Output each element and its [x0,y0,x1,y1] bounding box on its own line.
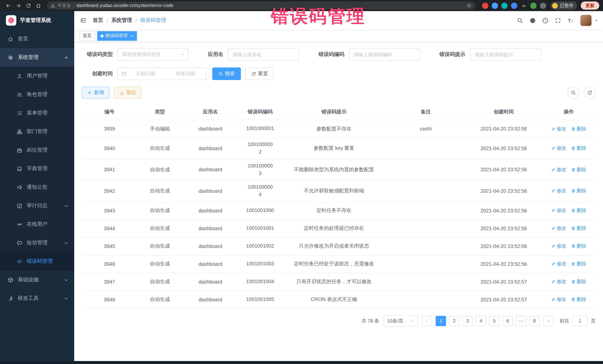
page-button-2[interactable]: 2 [449,316,459,326]
extension-teal-icon[interactable] [501,2,508,9]
app-name-input[interactable] [228,48,299,61]
profile-paused-badge[interactable]: 已暂停 [551,1,577,10]
export-button[interactable]: 导出 [114,87,142,99]
goto-page-input[interactable] [572,316,588,326]
sidebar-item-error-code-management[interactable]: 错误码管理 [0,252,74,271]
cell-operations: 修改删除 [542,204,596,217]
sidebar-item-home[interactable]: 首页 [0,30,74,48]
delete-link[interactable]: 删除 [571,207,586,214]
extension-badge-icon[interactable]: on [521,2,527,9]
edit-link[interactable]: 修改 [551,278,566,285]
edit-link-label: 修改 [557,166,566,173]
delete-link[interactable]: 删除 [571,296,586,303]
header-search-icon[interactable] [515,15,525,25]
error-hint-input[interactable] [470,48,541,61]
docs-help-icon[interactable]: ? [540,15,550,25]
extension-green-icon[interactable] [530,2,537,9]
extension-grid-icon[interactable] [511,2,517,9]
fullscreen-icon[interactable] [553,15,563,25]
prev-page-button[interactable] [422,316,432,326]
search-button[interactable]: 搜索 [212,67,241,80]
sidebar-item-system-management[interactable]: 系统管理 [0,48,74,67]
sidebar-item-notice-announcement[interactable]: 通知公告 [0,178,74,197]
address-bar[interactable]: 不安全 | dashboard.yudao.iocoder.cn/system/… [47,1,475,10]
sidebar-item-post-management[interactable]: 岗位管理 [0,141,74,159]
user-avatar[interactable] [580,15,591,26]
edit-icon [551,279,556,284]
app-logo-row[interactable]: 芋道管理系统 [0,11,74,30]
page-button-5[interactable]: 5 [489,316,499,326]
sidebar-item-audit-log[interactable]: 审计日志 [0,197,74,215]
page-button-3[interactable]: 3 [462,316,473,326]
error-type-select[interactable]: 请选择错误码类型 [117,48,188,61]
extension-badge-label: on [522,4,525,7]
github-icon[interactable] [528,15,538,25]
edit-link[interactable]: 修改 [551,125,566,132]
sidebar-item-dev-tools[interactable]: 研发工具 [0,289,74,308]
sidebar-item-dept-management[interactable]: 部门管理 [0,122,74,141]
delete-link[interactable]: 删除 [571,225,586,232]
edit-link[interactable]: 修改 [551,166,566,173]
search-icon [218,71,223,76]
window-bottom-edge [0,361,603,364]
close-icon[interactable] [130,34,134,38]
reset-button[interactable]: 重置 [245,67,274,80]
page-button-8[interactable]: 8 [529,316,540,326]
extension-blue-drop-icon[interactable] [492,2,498,9]
avatar-caret-down-icon[interactable] [594,18,599,22]
sidebar-item-online-user[interactable]: 在线用户 [0,215,74,233]
cell-hint: 参数配置 key 重复 [282,142,386,155]
refresh-table-icon[interactable] [584,87,596,99]
delete-link[interactable]: 删除 [571,278,586,285]
font-size-icon[interactable]: TT [566,15,576,25]
add-button[interactable]: 新增 [82,87,109,99]
edit-link[interactable]: 修改 [551,261,566,267]
browser-back-icon[interactable] [4,1,13,10]
sidebar-item-dict-management[interactable]: 字典管理 [0,159,74,178]
tab-error-code[interactable]: 错误码管理 [97,31,137,41]
hamburger-icon[interactable] [74,11,93,30]
edit-link[interactable]: 修改 [551,225,566,232]
security-warning-label: 不安全 [58,2,71,9]
browser-forward-icon[interactable] [14,1,23,10]
delete-link[interactable]: 删除 [571,145,586,152]
edit-link[interactable]: 修改 [551,296,566,303]
edit-link[interactable]: 修改 [551,145,566,152]
next-page-button[interactable] [543,316,554,326]
cell-time: 2021-04-20 23:52:56 [466,258,542,270]
sidebar-item-menu-management[interactable]: 菜单管理 [0,104,74,122]
browser-reload-icon[interactable] [24,1,33,10]
create-time-range-picker[interactable]: 开始日期 - 结束日期 [117,67,206,80]
edit-link[interactable]: 修改 [551,207,566,214]
sidebar-item-infrastructure[interactable]: 基础设施 [0,271,74,289]
page-button-6[interactable]: 6 [502,316,513,326]
page-button-1[interactable]: 1 [436,316,446,326]
cell-operations: 修改删除 [542,222,596,235]
table-body: 3939手动编辑dashboard1001000001参数配置不存在ceshi2… [82,120,596,309]
extension-pin-icon[interactable] [540,2,546,9]
toggle-search-icon[interactable] [567,87,579,99]
sidebar-item-role-management[interactable]: 角色管理 [0,85,74,104]
delete-link[interactable]: 删除 [571,166,586,173]
edit-link[interactable]: 修改 [551,188,566,194]
breadcrumb-item[interactable]: 首页 [93,17,103,24]
breadcrumb-item[interactable]: 系统管理 [111,17,132,24]
bookmark-star-icon[interactable] [466,3,472,8]
sidebar-item-user-management[interactable]: 用户管理 [0,67,74,85]
tab-home[interactable]: 首页 [79,31,95,41]
page-button-4[interactable]: 4 [476,316,486,326]
page-size-select[interactable]: 10条/页 [383,315,418,326]
cell-id: 3942 [82,185,137,197]
browser-update-button[interactable]: 更新 [581,1,599,10]
delete-link[interactable]: 删除 [571,243,586,249]
delete-link[interactable]: 删除 [571,188,586,194]
page-button-more[interactable]: ··· [516,316,526,326]
browser-home-icon[interactable] [34,1,43,10]
delete-link[interactable]: 删除 [571,125,586,132]
cell-hint: 只允许修改为开启或者关闭状态 [282,240,386,253]
delete-link[interactable]: 删除 [571,261,586,267]
edit-link[interactable]: 修改 [551,243,566,249]
extension-red-icon[interactable] [482,2,488,9]
sidebar-item-sms-management[interactable]: 短信管理 [0,233,74,252]
error-code-input[interactable] [349,48,420,61]
